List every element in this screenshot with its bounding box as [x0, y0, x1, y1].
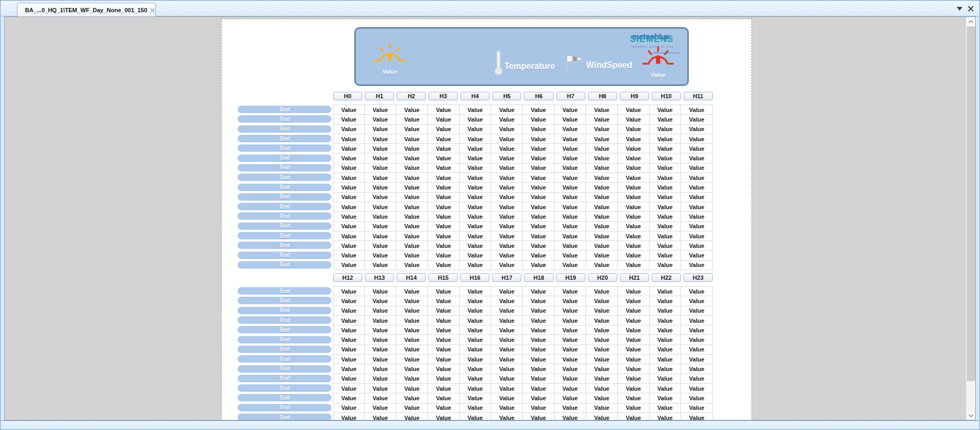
row-label-pill[interactable]: Text: [238, 232, 331, 239]
value-cell[interactable]: Value: [365, 153, 397, 163]
hour-header-cell[interactable]: H19: [556, 273, 585, 282]
value-cell[interactable]: Value: [491, 202, 523, 212]
value-cell[interactable]: Value: [650, 231, 681, 241]
value-cell[interactable]: Value: [333, 164, 365, 173]
value-cell[interactable]: Value: [681, 355, 713, 364]
value-cell[interactable]: Value: [491, 193, 523, 202]
value-cell[interactable]: Value: [555, 287, 587, 296]
value-cell[interactable]: Value: [491, 212, 523, 221]
value-cell[interactable]: Value: [555, 384, 587, 393]
value-cell[interactable]: Value: [365, 144, 397, 153]
value-cell[interactable]: Value: [555, 335, 587, 345]
hour-header-cell[interactable]: H11: [684, 92, 713, 100]
value-cell[interactable]: Value: [650, 306, 681, 316]
value-cell[interactable]: Value: [586, 125, 618, 134]
value-cell[interactable]: Value: [333, 153, 365, 163]
value-cell[interactable]: Value: [460, 202, 492, 212]
row-label-pill[interactable]: Text: [238, 261, 331, 269]
scrollbar-thumb[interactable]: [967, 27, 975, 381]
value-cell[interactable]: Value: [428, 193, 460, 202]
row-label-pill[interactable]: Text: [238, 193, 331, 201]
value-cell[interactable]: Value: [650, 173, 681, 183]
value-cell[interactable]: Value: [428, 374, 460, 384]
row-label-pill[interactable]: Text: [238, 384, 331, 392]
value-cell[interactable]: Value: [491, 325, 523, 335]
value-cell[interactable]: Value: [365, 212, 397, 221]
hour-header-cell[interactable]: H21: [620, 273, 649, 282]
value-cell[interactable]: Value: [523, 261, 555, 270]
hour-header-cell[interactable]: H18: [524, 273, 553, 282]
value-cell[interactable]: Value: [555, 261, 587, 270]
value-cell[interactable]: Value: [460, 364, 492, 374]
value-cell[interactable]: Value: [523, 183, 555, 192]
scroll-down-button[interactable]: [966, 411, 976, 420]
value-cell[interactable]: Value: [681, 115, 713, 124]
value-cell[interactable]: Value: [586, 251, 618, 260]
value-cell[interactable]: Value: [650, 261, 681, 270]
value-cell[interactable]: Value: [333, 241, 365, 251]
value-cell[interactable]: Value: [491, 134, 523, 144]
value-cell[interactable]: Value: [333, 222, 365, 231]
value-cell[interactable]: Value: [491, 393, 523, 403]
value-cell[interactable]: Value: [428, 325, 460, 335]
row-label-pill[interactable]: Text: [238, 144, 331, 152]
row-label-pill[interactable]: Text: [238, 336, 331, 343]
value-cell[interactable]: Value: [460, 134, 492, 144]
value-cell[interactable]: Value: [650, 355, 681, 364]
value-cell[interactable]: Value: [428, 231, 460, 241]
row-label-pill[interactable]: Text: [238, 355, 331, 363]
value-cell[interactable]: Value: [618, 183, 650, 192]
value-cell[interactable]: Value: [650, 374, 681, 384]
value-cell[interactable]: Value: [523, 193, 555, 202]
value-cell[interactable]: Value: [460, 212, 492, 221]
value-cell[interactable]: Value: [396, 393, 428, 403]
value-cell[interactable]: Value: [365, 105, 397, 115]
row-label-pill[interactable]: Text: [238, 307, 331, 314]
value-cell[interactable]: Value: [586, 355, 618, 364]
row-label-pill[interactable]: Text: [238, 326, 331, 333]
value-cell[interactable]: Value: [428, 413, 460, 420]
value-cell[interactable]: Value: [333, 306, 365, 316]
value-cell[interactable]: Value: [618, 222, 650, 231]
value-cell[interactable]: Value: [428, 393, 460, 403]
document-tab[interactable]: BA_...0_HQ_1\TEM_WF_Day_None_001_150: [17, 3, 156, 17]
value-cell[interactable]: Value: [650, 144, 681, 153]
value-cell[interactable]: Value: [555, 325, 587, 335]
value-cell[interactable]: Value: [333, 134, 365, 144]
value-cell[interactable]: Value: [491, 296, 523, 306]
value-cell[interactable]: Value: [396, 251, 428, 260]
value-cell[interactable]: Value: [491, 384, 523, 393]
value-cell[interactable]: Value: [491, 287, 523, 296]
value-cell[interactable]: Value: [333, 105, 365, 115]
value-cell[interactable]: Value: [396, 325, 428, 335]
row-label-pill[interactable]: Text: [238, 297, 331, 304]
value-cell[interactable]: Value: [586, 222, 618, 231]
value-cell[interactable]: Value: [618, 413, 650, 420]
value-cell[interactable]: Value: [618, 202, 650, 212]
value-cell[interactable]: Value: [365, 183, 397, 192]
value-cell[interactable]: Value: [650, 393, 681, 403]
value-cell[interactable]: Value: [681, 325, 713, 335]
value-cell[interactable]: Value: [396, 413, 428, 420]
value-cell[interactable]: Value: [586, 115, 618, 124]
value-cell[interactable]: Value: [586, 134, 618, 144]
value-cell[interactable]: Value: [396, 212, 428, 221]
value-cell[interactable]: Value: [333, 325, 365, 335]
value-cell[interactable]: Value: [333, 413, 365, 420]
value-cell[interactable]: Value: [365, 316, 397, 325]
value-cell[interactable]: Value: [333, 364, 365, 374]
value-cell[interactable]: Value: [523, 355, 555, 364]
value-cell[interactable]: Value: [460, 403, 492, 413]
value-cell[interactable]: Value: [396, 153, 428, 163]
value-cell[interactable]: Value: [428, 296, 460, 306]
hour-header-cell[interactable]: H3: [428, 92, 458, 100]
value-cell[interactable]: Value: [523, 325, 555, 335]
value-cell[interactable]: Value: [396, 403, 428, 413]
value-cell[interactable]: Value: [586, 153, 618, 163]
value-cell[interactable]: Value: [586, 403, 618, 413]
value-cell[interactable]: Value: [523, 364, 555, 374]
value-cell[interactable]: Value: [586, 287, 618, 296]
value-cell[interactable]: Value: [523, 105, 555, 115]
value-cell[interactable]: Value: [523, 115, 555, 124]
value-cell[interactable]: Value: [650, 134, 681, 144]
